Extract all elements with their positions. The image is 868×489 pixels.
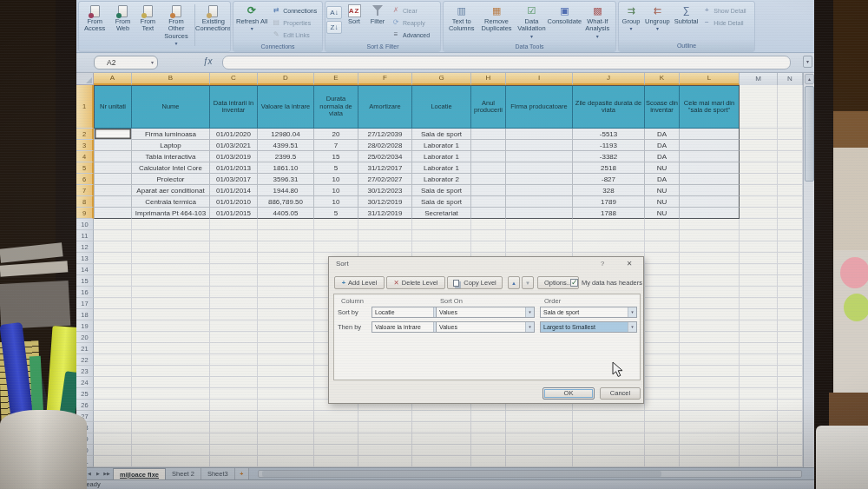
cell[interactable] bbox=[573, 445, 645, 456]
cell[interactable] bbox=[94, 366, 132, 377]
cell[interactable] bbox=[210, 445, 258, 456]
cell[interactable] bbox=[645, 264, 680, 275]
row-header-10[interactable]: 10 bbox=[76, 219, 94, 230]
text-to-columns-button[interactable]: ▥Text to Columns bbox=[444, 3, 478, 34]
row-header-24[interactable]: 24 bbox=[76, 377, 94, 388]
cell[interactable]: 2518 bbox=[573, 162, 645, 174]
cell[interactable] bbox=[680, 377, 740, 388]
cell[interactable] bbox=[573, 456, 645, 467]
cell[interactable]: DA bbox=[645, 129, 680, 140]
row-header-11[interactable]: 11 bbox=[76, 230, 94, 241]
cell[interactable] bbox=[358, 433, 412, 445]
cell[interactable]: -5513 bbox=[573, 129, 645, 140]
cell[interactable] bbox=[645, 377, 680, 388]
column-header-C[interactable]: C bbox=[210, 73, 258, 85]
sort-by-order-dropdown[interactable]: Sala de sport bbox=[540, 307, 637, 318]
cell[interactable]: 27/02/2027 bbox=[358, 174, 412, 185]
cell[interactable] bbox=[645, 422, 680, 433]
cell[interactable]: -1193 bbox=[573, 140, 645, 151]
row-header-21[interactable]: 21 bbox=[76, 343, 94, 354]
cell[interactable] bbox=[680, 275, 740, 287]
sort-by-sort-on-dropdown[interactable]: Values bbox=[436, 307, 535, 318]
chevron-down-icon[interactable] bbox=[525, 307, 534, 317]
ribbon-collapse-chevron-icon[interactable] bbox=[803, 56, 812, 68]
cell[interactable] bbox=[740, 151, 778, 162]
column-header-H[interactable]: H bbox=[471, 73, 506, 85]
cell[interactable] bbox=[258, 309, 314, 320]
cell[interactable] bbox=[258, 320, 314, 332]
cell[interactable] bbox=[94, 456, 132, 467]
cell[interactable] bbox=[778, 196, 803, 208]
cell[interactable] bbox=[680, 208, 740, 219]
cell[interactable]: 1789 bbox=[573, 196, 645, 208]
cell[interactable] bbox=[132, 332, 210, 343]
cell[interactable] bbox=[506, 129, 573, 140]
cell[interactable] bbox=[740, 433, 778, 445]
column-header-B[interactable]: B bbox=[132, 73, 210, 85]
cell[interactable] bbox=[94, 320, 132, 332]
cell[interactable] bbox=[210, 433, 258, 445]
cell[interactable] bbox=[778, 411, 803, 422]
chevron-down-icon[interactable] bbox=[628, 322, 636, 332]
horizontal-scrollbar[interactable] bbox=[258, 470, 802, 478]
cell[interactable] bbox=[778, 433, 803, 445]
cell[interactable] bbox=[740, 219, 778, 230]
cell[interactable] bbox=[778, 332, 803, 343]
cell[interactable] bbox=[506, 433, 573, 445]
reapply-button[interactable]: ⟳Reapply bbox=[390, 17, 431, 29]
cell[interactable] bbox=[471, 445, 506, 456]
cell[interactable] bbox=[471, 196, 506, 208]
cell[interactable] bbox=[680, 400, 740, 411]
cell[interactable] bbox=[358, 445, 412, 456]
cell[interactable] bbox=[358, 456, 412, 467]
cell[interactable]: 01/03/2017 bbox=[210, 174, 258, 185]
cell[interactable] bbox=[132, 309, 210, 320]
cell[interactable]: DA bbox=[645, 151, 680, 162]
cell[interactable] bbox=[680, 366, 740, 377]
row-header-18[interactable]: 18 bbox=[76, 309, 94, 320]
cell[interactable] bbox=[740, 422, 778, 433]
subtotal-button[interactable]: ∑Subtotal bbox=[673, 3, 700, 26]
cell[interactable]: 5 bbox=[314, 162, 358, 174]
cell[interactable] bbox=[778, 287, 803, 298]
column-header-N[interactable]: N bbox=[778, 73, 803, 85]
cell[interactable] bbox=[645, 309, 680, 320]
cell[interactable]: 01/01/2013 bbox=[210, 162, 258, 174]
cell[interactable] bbox=[132, 298, 210, 309]
cell[interactable] bbox=[94, 445, 132, 456]
cell[interactable] bbox=[506, 422, 573, 433]
cell[interactable] bbox=[258, 287, 314, 298]
cell[interactable]: 1788 bbox=[573, 208, 645, 219]
column-header-G[interactable]: G bbox=[412, 73, 471, 85]
cell[interactable] bbox=[314, 219, 358, 230]
cell[interactable] bbox=[680, 456, 740, 467]
sort-button[interactable]: AZSort bbox=[343, 3, 365, 26]
cell[interactable] bbox=[94, 377, 132, 388]
cell[interactable]: Sala de sport bbox=[412, 185, 471, 196]
cell[interactable] bbox=[680, 174, 740, 185]
cell[interactable] bbox=[132, 230, 210, 241]
cell[interactable] bbox=[778, 241, 803, 253]
cell[interactable] bbox=[94, 140, 132, 151]
cell[interactable]: 5 bbox=[314, 208, 358, 219]
row-header-1[interactable]: 1 bbox=[76, 85, 94, 129]
cell[interactable] bbox=[210, 388, 258, 400]
cell[interactable]: Laborator 1 bbox=[412, 162, 471, 174]
cell[interactable] bbox=[680, 129, 740, 140]
cell[interactable] bbox=[471, 129, 506, 140]
cell[interactable] bbox=[778, 129, 803, 140]
cell[interactable] bbox=[740, 456, 778, 467]
table-header-cell[interactable]: Nr unitati bbox=[94, 85, 132, 129]
cell[interactable] bbox=[506, 162, 573, 174]
cell[interactable] bbox=[314, 230, 358, 241]
row-header-7[interactable]: 7 bbox=[76, 185, 94, 196]
table-header-cell[interactable]: Valoare la intrare bbox=[258, 85, 314, 129]
cell[interactable]: 1944.80 bbox=[258, 185, 314, 196]
cell[interactable] bbox=[132, 287, 210, 298]
last-sheet-button[interactable]: ▶▶ bbox=[102, 468, 111, 479]
row-header-9[interactable]: 9 bbox=[76, 208, 94, 219]
cell[interactable] bbox=[573, 230, 645, 241]
cell[interactable] bbox=[645, 433, 680, 445]
cell[interactable] bbox=[94, 354, 132, 366]
row-header-13[interactable]: 13 bbox=[76, 253, 94, 264]
